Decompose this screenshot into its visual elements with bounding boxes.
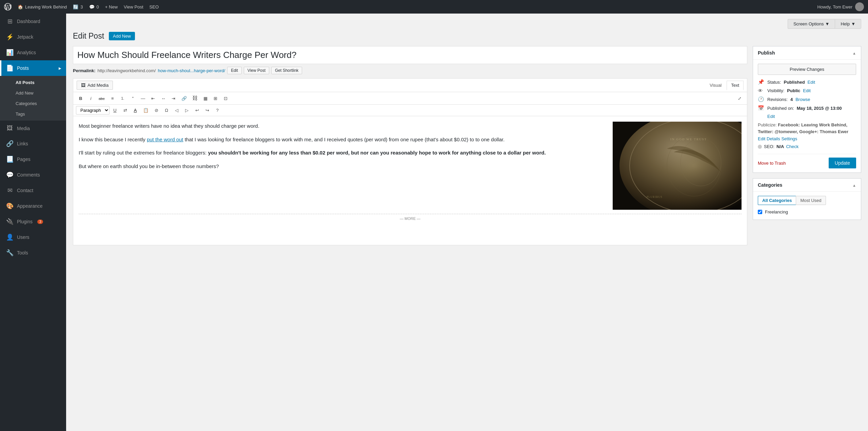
add-media-button[interactable]: 🖼 Add Media [77, 81, 113, 90]
seo-check-link[interactable]: Check [786, 144, 798, 149]
tab-most-used[interactable]: Most Used [796, 196, 826, 205]
format-justify-button[interactable]: ⇄ [120, 106, 130, 115]
howdy-text: Howdy, Tom Ewer [817, 4, 852, 9]
sidebar-item-tools[interactable]: 🔧 Tools [0, 245, 66, 261]
notifications-link[interactable]: 🔄 3 [73, 4, 83, 9]
help-button[interactable]: Help ▼ [835, 19, 861, 29]
tab-all-categories[interactable]: All Categories [758, 196, 796, 205]
get-shortlink-button[interactable]: Get Shortlink [271, 67, 302, 74]
sidebar-item-links[interactable]: 🔗 Links [0, 136, 66, 151]
sidebar-item-dashboard[interactable]: ⊞ Dashboard [0, 14, 66, 29]
visibility-edit-link[interactable]: Edit [803, 88, 810, 93]
submenu-categories[interactable]: Categories [0, 98, 66, 109]
content-link[interactable]: put the word out [147, 137, 183, 142]
format-redo-button[interactable]: ↪ [202, 106, 212, 115]
more-tag: — MORE — [79, 214, 742, 223]
view-post-button[interactable]: View Post [244, 67, 269, 74]
preview-changes-button[interactable]: Preview Changes [758, 64, 856, 75]
toolbar-row-2: Paragraph Heading 1 Heading 2 Heading 3 … [73, 105, 747, 116]
format-omega-button[interactable]: Ω [162, 106, 171, 115]
format-table-button[interactable]: ▦ [201, 94, 210, 103]
paragraph-select[interactable]: Paragraph Heading 1 Heading 2 Heading 3 [76, 106, 110, 115]
permalink-base: http://leavingworkbehind.com/ [97, 68, 156, 73]
format-ol-button[interactable]: 1. [118, 95, 127, 102]
sidebar-item-plugins[interactable]: 🔌 Plugins 3 [0, 214, 66, 229]
submenu-all-posts[interactable]: All Posts [0, 77, 66, 88]
format-undo-button[interactable]: ↩ [192, 106, 202, 115]
sidebar-item-label: Links [17, 141, 28, 146]
editor-tabs: Visual Text [705, 81, 744, 90]
format-color-button[interactable]: A [131, 106, 140, 115]
site-name-link[interactable]: 🏠 Leaving Work Behind [18, 4, 67, 9]
format-bold-button[interactable]: B [76, 94, 85, 103]
move-to-trash-link[interactable]: Move to Trash [758, 161, 786, 166]
format-clear-button[interactable]: ⊘ [152, 106, 161, 115]
publicize-section: Publicize: Facebook: Leaving Work Behind… [758, 122, 856, 141]
format-hr-button[interactable]: — [138, 94, 148, 103]
add-new-button[interactable]: Add New [109, 32, 135, 40]
publicize-edit-details-link[interactable]: Edit Details [758, 136, 780, 141]
published-value: May 18, 2015 @ 13:00 [797, 106, 842, 111]
format-ul-button[interactable]: ≡ [108, 94, 117, 103]
help-label: Help [841, 21, 850, 26]
seo-link[interactable]: SEO [150, 4, 159, 9]
format-link-button[interactable]: 🔗 [179, 94, 189, 103]
status-value: Published [784, 80, 805, 85]
sidebar-item-contact[interactable]: ✉ Contact [0, 183, 66, 198]
permalink-edit-button[interactable]: Edit [227, 67, 242, 74]
permalink-slug[interactable]: how-much-shoul...harge-per-word/ [158, 68, 225, 73]
editor-content[interactable]: Most beginner freelance writers have no … [73, 116, 747, 245]
format-kitchen-button[interactable]: ⊞ [211, 94, 220, 103]
visibility-value: Public [787, 88, 800, 93]
published-edit-link[interactable]: Edit [767, 114, 775, 119]
format-align-right-button[interactable]: ⇥ [169, 94, 178, 103]
format-quote-button[interactable]: " [128, 94, 138, 103]
submenu-tags[interactable]: Tags [0, 109, 66, 119]
sidebar-item-posts[interactable]: 📄 Posts ▶ [0, 60, 66, 76]
sidebar-item-users[interactable]: 👤 Users [0, 229, 66, 245]
comments-link[interactable]: 💬 0 [89, 4, 99, 9]
wp-logo-link[interactable] [4, 3, 12, 11]
fullscreen-button[interactable]: ⤢ [735, 94, 744, 103]
format-italic-button[interactable]: i [86, 94, 96, 103]
format-paste-button[interactable]: 📋 [141, 106, 151, 115]
sidebar-item-jetpack[interactable]: ⚡ Jetpack [0, 29, 66, 45]
category-freelancing-checkbox[interactable] [758, 210, 762, 214]
seo-label: SEO [150, 4, 159, 9]
comments-count: 0 [97, 4, 99, 9]
sidebar-item-analytics[interactable]: 📊 Analytics [0, 45, 66, 60]
status-label: Status: [767, 80, 781, 85]
user-account[interactable]: Howdy, Tom Ewer [817, 2, 864, 11]
publicize-settings-link[interactable]: Settings [781, 136, 797, 141]
revisions-browse-link[interactable]: Browse [795, 97, 810, 102]
format-unlink-button[interactable]: ⛓ [190, 94, 200, 103]
status-edit-link[interactable]: Edit [808, 80, 815, 85]
format-indent-less-button[interactable]: ◁ [172, 106, 181, 115]
tab-text[interactable]: Text [727, 81, 744, 90]
revisions-label: Revisions: [767, 97, 788, 102]
sidebar-item-media[interactable]: 🖼 Media [0, 121, 66, 136]
format-underline-button[interactable]: U [110, 106, 120, 115]
format-strikethrough-button[interactable]: abc [96, 94, 107, 103]
format-indent-more-button[interactable]: ▷ [182, 106, 192, 115]
format-wp-button[interactable]: ⊡ [221, 94, 231, 103]
post-title-input[interactable] [73, 46, 747, 64]
sidebar-item-appearance[interactable]: 🎨 Appearance [0, 198, 66, 214]
format-help-button[interactable]: ? [213, 106, 222, 115]
publish-panel-header[interactable]: Publish [753, 46, 861, 60]
categories-panel-header[interactable]: Categories [753, 179, 861, 192]
screen-options-button[interactable]: Screen Options ▼ [788, 19, 835, 29]
update-button[interactable]: Update [829, 158, 856, 168]
submenu-add-new[interactable]: Add New [0, 88, 66, 98]
new-content-link[interactable]: + New [105, 4, 118, 9]
format-align-left-button[interactable]: ⇤ [149, 94, 158, 103]
sidebar-item-pages[interactable]: 📃 Pages [0, 151, 66, 167]
dashboard-icon: ⊞ [6, 18, 14, 25]
tab-visual[interactable]: Visual [705, 81, 726, 90]
format-align-center-button[interactable]: ↔ [159, 94, 168, 103]
publicize-label: Publicize: [758, 122, 777, 127]
view-post-link[interactable]: View Post [124, 4, 143, 9]
sidebar-item-comments[interactable]: 💬 Comments [0, 167, 66, 183]
revisions-row: 🕐 Revisions: 4 Browse [758, 96, 856, 102]
jetpack-icon: ⚡ [6, 33, 14, 41]
